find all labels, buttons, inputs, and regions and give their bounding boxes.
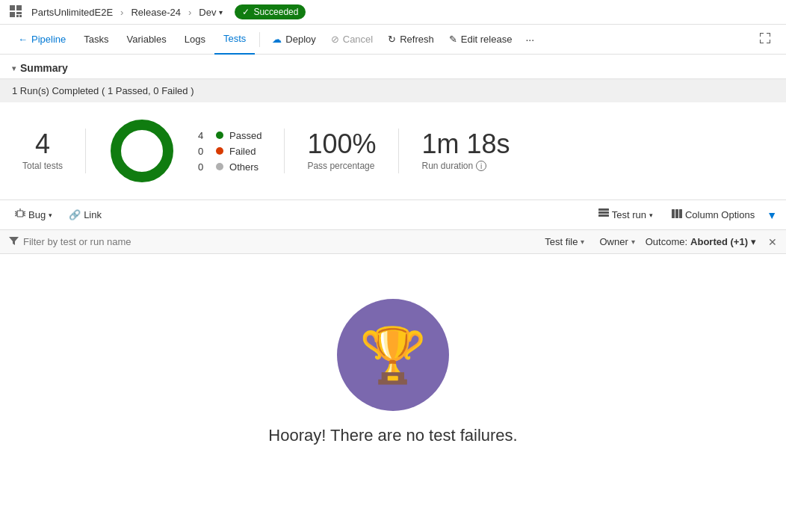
empty-state-message: Hooray! There are no test failures.	[268, 426, 517, 445]
bug-button[interactable]: Bug ▾	[9, 205, 58, 224]
outcome-chevron-icon: ▾	[751, 236, 756, 247]
tab-tasks[interactable]: Tasks	[75, 25, 117, 55]
others-dot	[216, 163, 223, 170]
filter-active-icon[interactable]: ▼	[767, 209, 777, 221]
stats-section: 4 Total tests 4 Passed 0 Failed 0 Others	[0, 102, 786, 200]
svg-rect-0	[10, 5, 15, 10]
check-icon: ✓	[242, 7, 250, 17]
test-file-filter[interactable]: Test file ▾	[540, 235, 589, 249]
pass-pct-value: 100%	[307, 131, 376, 158]
cloud-icon: ☁	[272, 34, 282, 45]
env-chevron-icon: ▾	[219, 8, 223, 16]
failed-count: 0	[198, 146, 210, 157]
release-name[interactable]: Release-24	[131, 7, 181, 18]
outcome-filter[interactable]: Outcome: Aborted (+1) ▾	[646, 236, 756, 247]
org-name[interactable]: PartsUnlimitedE2E	[31, 7, 113, 18]
stat-divider-1	[85, 129, 86, 173]
failed-label: Failed	[229, 146, 256, 157]
table-icon	[598, 208, 609, 221]
refresh-button[interactable]: ↻ Refresh	[380, 25, 442, 55]
expand-button[interactable]	[753, 32, 777, 46]
close-filter-button[interactable]: ✕	[768, 236, 777, 248]
pipeline-label: Pipeline	[31, 34, 66, 45]
env-selector[interactable]: Dev ▾	[199, 7, 223, 18]
filter-funnel-icon	[9, 236, 19, 248]
tab-tests[interactable]: Tests	[214, 25, 255, 55]
run-duration: 1m 18s Run duration i	[421, 131, 510, 171]
deploy-button[interactable]: ☁ Deploy	[264, 25, 323, 55]
refresh-icon: ↻	[388, 34, 396, 45]
env-name: Dev	[199, 7, 216, 18]
owner-filter[interactable]: Owner ▾	[595, 235, 639, 249]
run-dur-value: 1m 18s	[421, 131, 510, 158]
filter-input-wrap	[9, 236, 534, 248]
test-file-label: Test file	[545, 236, 578, 247]
bug-label: Bug	[28, 209, 46, 220]
test-run-chevron-icon: ▾	[649, 211, 653, 219]
cancel-button[interactable]: ⊘ Cancel	[324, 25, 380, 55]
info-icon: i	[476, 161, 486, 171]
breadcrumb-sep-1: ›	[120, 7, 123, 18]
trophy-icon: 🏆	[359, 328, 427, 382]
svg-rect-4	[19, 15, 22, 17]
toolbar: Bug ▾ 🔗 Link Test run ▾	[0, 200, 786, 230]
filter-bar: Test file ▾ Owner ▾ Outcome: Aborted (+1…	[0, 230, 786, 254]
refresh-label: Refresh	[400, 34, 434, 45]
succeeded-label: Succeeded	[253, 7, 298, 17]
deploy-label: Deploy	[285, 34, 315, 45]
passed-label: Passed	[229, 130, 262, 141]
donut-chart	[108, 117, 176, 185]
test-run-button[interactable]: Test run ▾	[592, 205, 660, 225]
toolbar-right: Test run ▾ Column Options ▼	[592, 205, 777, 225]
bug-chevron-icon: ▾	[49, 211, 52, 219]
filter-chips: Test file ▾ Owner ▾ Outcome: Aborted (+1…	[540, 235, 777, 249]
bug-icon	[15, 208, 25, 221]
summary-chevron-icon: ▾	[12, 64, 16, 72]
top-bar: PartsUnlimitedE2E › Release-24 › Dev ▾ ✓…	[0, 0, 786, 25]
svg-rect-17	[598, 214, 609, 217]
passed-count: 4	[198, 130, 210, 141]
stat-divider-2	[284, 129, 285, 173]
link-label: Link	[84, 209, 102, 220]
filter-input[interactable]	[23, 236, 534, 247]
others-label: Others	[229, 161, 259, 173]
runs-completed-bar: 1 Run(s) Completed ( 1 Passed, 0 Failed …	[0, 79, 786, 102]
column-options-label: Column Options	[685, 209, 755, 220]
edit-icon: ✎	[449, 34, 457, 45]
runs-completed-text: 1 Run(s) Completed ( 1 Passed, 0 Failed …	[12, 85, 194, 96]
tab-variables[interactable]: Variables	[118, 25, 176, 55]
others-count: 0	[198, 161, 210, 173]
cancel-label: Cancel	[343, 34, 373, 45]
nav-divider	[259, 32, 260, 47]
legend-failed: 0 Failed	[198, 146, 262, 157]
column-options-button[interactable]: Column Options	[666, 205, 761, 224]
svg-rect-15	[598, 208, 609, 211]
run-dur-label: Run duration	[421, 161, 473, 171]
tab-logs[interactable]: Logs	[176, 25, 214, 55]
link-icon: 🔗	[69, 209, 81, 220]
svg-rect-19	[675, 209, 678, 218]
total-tests-label: Total tests	[22, 161, 63, 171]
legend: 4 Passed 0 Failed 0 Others	[198, 130, 262, 173]
test-file-chevron-icon: ▾	[581, 238, 584, 246]
pipeline-back-button[interactable]: ← Pipeline	[9, 34, 75, 45]
succeeded-badge: ✓ Succeeded	[235, 4, 306, 19]
owner-chevron-icon: ▾	[631, 238, 635, 246]
owner-label: Owner	[599, 236, 628, 247]
app-icon	[9, 4, 24, 19]
pass-percentage: 100% Pass percentage	[307, 131, 376, 171]
svg-rect-20	[679, 209, 682, 218]
summary-header[interactable]: ▾ Summary	[12, 62, 774, 74]
edit-release-button[interactable]: ✎ Edit release	[442, 25, 520, 55]
link-button[interactable]: 🔗 Link	[63, 206, 108, 223]
svg-rect-1	[16, 5, 22, 10]
columns-icon	[672, 208, 682, 221]
more-button[interactable]: ···	[519, 25, 540, 55]
summary-section: ▾ Summary	[0, 55, 786, 79]
legend-passed: 4 Passed	[198, 130, 262, 141]
total-tests-count: 4	[22, 131, 63, 158]
svg-rect-18	[672, 209, 675, 218]
failed-dot	[216, 147, 223, 155]
pass-pct-label: Pass percentage	[307, 161, 376, 171]
svg-rect-2	[10, 12, 15, 17]
